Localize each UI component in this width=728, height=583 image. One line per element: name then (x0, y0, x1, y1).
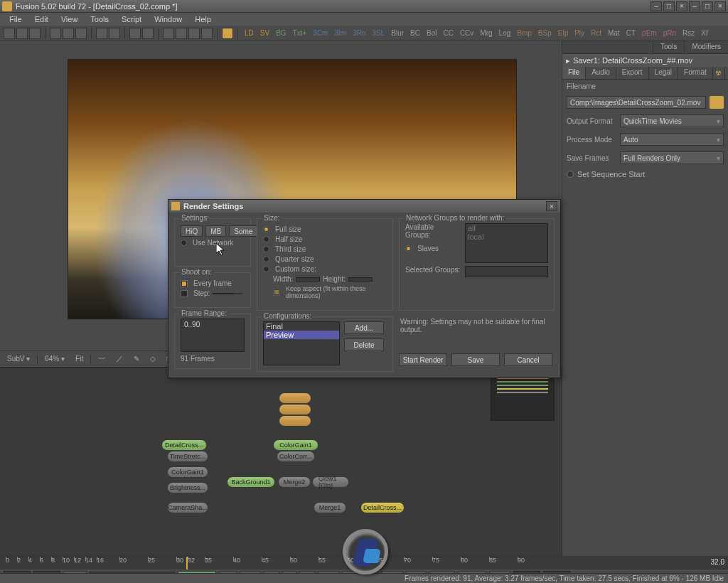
subtab-legal[interactable]: Legal (649, 67, 678, 79)
min-icon[interactable]: – (651, 1, 662, 11)
undo-icon[interactable] (96, 28, 107, 39)
child-max-icon[interactable]: □ (702, 1, 713, 11)
flow-node[interactable]: DetailCross... (162, 440, 206, 450)
tab-tools[interactable]: Tools (653, 41, 684, 53)
flow-node[interactable] (279, 393, 311, 403)
minimap[interactable] (491, 375, 555, 421)
add-config-button[interactable]: Add... (344, 321, 384, 334)
every-frame-check[interactable] (181, 280, 188, 287)
menu-view[interactable]: View (55, 14, 84, 25)
fit-button[interactable]: Fit (72, 355, 87, 363)
flow-node[interactable] (279, 405, 311, 414)
tool-b-icon[interactable]: ／ (112, 354, 127, 364)
menu-file[interactable]: File (4, 14, 28, 25)
process-mode-dropdown[interactable]: Auto (620, 133, 724, 146)
tool-xf[interactable]: Xf (699, 29, 710, 37)
tool-bg[interactable]: BG (274, 29, 288, 37)
subtab-format[interactable]: Format (678, 67, 713, 79)
tool-mat[interactable]: Mat (606, 29, 622, 37)
size-radio-3[interactable] (263, 256, 269, 262)
flow-node[interactable]: Merge2 (279, 477, 310, 487)
new-icon[interactable] (4, 28, 15, 39)
tool-txt+[interactable]: Txt+ (291, 29, 309, 37)
flow-node[interactable] (279, 416, 311, 426)
browse-folder-icon[interactable] (710, 96, 724, 109)
tool-a-icon[interactable]: 〰 (95, 355, 109, 363)
output-format-dropdown[interactable]: QuickTime Movies (620, 114, 724, 127)
size-radio-2[interactable] (263, 246, 269, 252)
use-network-radio[interactable] (181, 240, 187, 246)
step-spinner[interactable] (213, 293, 242, 294)
save-button[interactable]: Save (451, 353, 500, 366)
tool-bol[interactable]: Bol (424, 29, 439, 37)
tab-modifiers[interactable]: Modifiers (684, 41, 728, 53)
dialog-titlebar[interactable]: Render Settings × (168, 200, 560, 213)
flow-node[interactable]: Brightness... (168, 483, 208, 493)
zoom-dropdown[interactable]: 64% ▾ (41, 355, 68, 363)
tool-c-icon[interactable]: ✎ (130, 355, 143, 363)
script-icon[interactable]: ≡ (725, 67, 728, 79)
max-icon[interactable]: □ (663, 1, 675, 11)
menu-script[interactable]: Script (116, 14, 147, 25)
layout1-icon[interactable] (163, 28, 174, 39)
subview-dropdown[interactable]: SubV ▾ (4, 355, 33, 363)
menu-edit[interactable]: Edit (29, 14, 54, 25)
tool-rsz[interactable]: Rsz (680, 29, 697, 37)
subtab-file[interactable]: File (562, 67, 586, 79)
size-radio-1[interactable] (263, 236, 269, 242)
tool-pem[interactable]: pEm (640, 29, 659, 37)
tool-mrg[interactable]: Mrg (478, 29, 494, 37)
cut-icon[interactable] (50, 28, 61, 39)
cancel-button[interactable]: Cancel (504, 353, 552, 366)
next-icon[interactable] (142, 28, 154, 39)
tool-3im[interactable]: 3Im (332, 29, 348, 37)
radioactive-icon[interactable]: ☢ (713, 67, 725, 79)
paste-icon[interactable] (75, 28, 87, 39)
width-field[interactable] (296, 277, 320, 282)
save-icon[interactable] (29, 28, 41, 39)
open-icon[interactable] (16, 28, 28, 39)
layout4-icon[interactable] (201, 28, 213, 39)
close-icon[interactable]: × (676, 1, 687, 11)
size-radio-4[interactable] (263, 266, 269, 272)
tool-header[interactable]: ▸ Saver1: DetailCrossZoom_##.mov (562, 54, 728, 67)
some-button[interactable]: Some (229, 225, 257, 237)
dialog-close-icon[interactable]: × (546, 201, 557, 211)
group-all[interactable]: all (466, 224, 547, 232)
group-local[interactable]: local (466, 232, 547, 241)
save-frames-dropdown[interactable]: Full Renders Only (620, 151, 724, 164)
tool-ld[interactable]: LD (242, 29, 256, 37)
tool-ct[interactable]: CT (624, 29, 638, 37)
flow-node[interactable]: BackGround1 (228, 477, 274, 487)
step-check[interactable] (181, 290, 188, 297)
size-radio-0[interactable] (263, 226, 269, 232)
tool-3rn[interactable]: 3Rn (350, 29, 368, 37)
delete-config-button[interactable]: Delete (344, 338, 384, 351)
sel-groups-field[interactable] (465, 266, 548, 277)
time-ruler[interactable]: 32.0 02468101214162025303235404550556065… (0, 557, 728, 569)
menu-help[interactable]: Help (189, 14, 217, 25)
keep-aspect-check[interactable] (273, 289, 280, 296)
groups-list[interactable]: all local (465, 223, 548, 263)
layout3-icon[interactable] (188, 28, 200, 39)
flow-node[interactable]: CameraSha... (168, 503, 208, 513)
config-item-final[interactable]: Final (264, 322, 339, 331)
set-seq-radio[interactable] (567, 171, 574, 178)
tool-bmp[interactable]: Bmp (515, 29, 534, 37)
subtab-export[interactable]: Export (616, 67, 649, 79)
tool-3sl[interactable]: 3SL (370, 29, 387, 37)
redo-icon[interactable] (109, 28, 120, 39)
flow-node[interactable]: Merge1 (314, 503, 346, 513)
flow-node[interactable]: ColorGain1 (274, 440, 318, 450)
bins-icon[interactable] (222, 28, 233, 39)
tool-3cm[interactable]: 3Cm (311, 29, 330, 37)
height-field[interactable] (348, 277, 373, 282)
tool-log[interactable]: Log (497, 29, 513, 37)
flow-node[interactable]: ColorGain1 (168, 467, 208, 477)
flow-node[interactable]: Glow1 (Glo) (313, 477, 348, 487)
tool-bc[interactable]: BC (408, 29, 422, 37)
flow-node[interactable]: TimeStretc... (168, 451, 208, 461)
config-list[interactable]: Final Preview (263, 321, 340, 365)
hiq-button[interactable]: HiQ (181, 225, 203, 237)
menu-tools[interactable]: Tools (85, 14, 114, 25)
